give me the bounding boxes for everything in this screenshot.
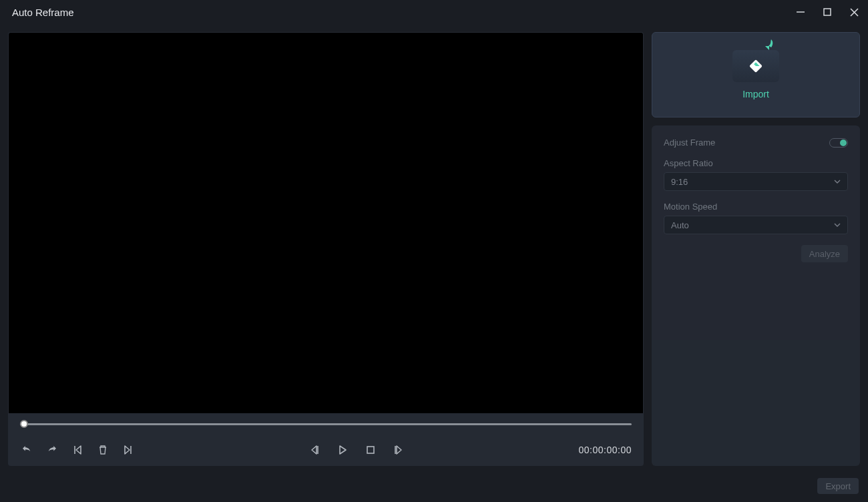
go-end-button[interactable]	[122, 443, 135, 457]
skip-end-icon	[123, 445, 134, 455]
playback-controls	[308, 443, 405, 457]
close-button[interactable]	[848, 6, 860, 18]
aspect-ratio-group: Aspect Ratio 9:16	[664, 158, 848, 191]
step-forward-icon	[393, 445, 404, 455]
footer: Export	[0, 474, 868, 502]
motion-speed-group: Motion Speed Auto	[664, 202, 848, 234]
export-label: Export	[825, 481, 851, 491]
side-panel: Import Adjust Frame Aspect Ratio 9:16	[652, 32, 860, 466]
timeline-row	[8, 414, 644, 434]
redo-button[interactable]	[45, 443, 59, 457]
go-start-button[interactable]	[71, 443, 84, 457]
toggle-knob	[840, 140, 847, 146]
video-preview[interactable]	[9, 33, 643, 413]
aspect-ratio-label: Aspect Ratio	[664, 158, 848, 168]
chevron-down-icon	[834, 178, 841, 185]
playback-controls-wrap	[135, 443, 579, 457]
download-arrow-icon	[761, 38, 775, 55]
edit-controls	[20, 443, 135, 457]
maximize-icon	[823, 8, 831, 16]
minimize-icon	[796, 7, 805, 17]
adjust-frame-row: Adjust Frame	[664, 138, 848, 148]
aspect-ratio-select[interactable]: 9:16	[664, 172, 848, 191]
undo-button[interactable]	[20, 443, 33, 457]
motion-speed-select[interactable]: Auto	[664, 216, 848, 234]
import-label: Import	[742, 89, 769, 99]
trash-icon	[97, 445, 108, 455]
settings-panel: Adjust Frame Aspect Ratio 9:16 Motion Sp…	[652, 125, 860, 466]
play-icon	[337, 445, 348, 455]
content-area: 00:00:00:00 Import Adjust Frame Aspect R…	[0, 24, 868, 474]
adjust-frame-toggle[interactable]	[829, 138, 848, 148]
delete-button[interactable]	[96, 443, 110, 457]
svg-rect-1	[824, 9, 831, 15]
analyze-button[interactable]: Analyze	[801, 245, 848, 262]
svg-rect-4	[367, 447, 374, 453]
skip-start-icon	[72, 445, 83, 455]
close-icon	[850, 8, 859, 17]
stop-button[interactable]	[364, 443, 377, 457]
window-controls	[795, 6, 860, 18]
preview-panel: 00:00:00:00	[8, 32, 644, 466]
adjust-frame-label: Adjust Frame	[664, 138, 715, 148]
timecode-display: 00:00:00:00	[579, 445, 632, 455]
titlebar: Auto Reframe	[0, 0, 868, 24]
import-folder-icon	[732, 50, 779, 82]
logo-icon	[749, 59, 763, 73]
import-button[interactable]: Import	[652, 32, 860, 117]
minimize-button[interactable]	[795, 6, 807, 18]
analyze-label: Analyze	[809, 249, 840, 259]
step-back-icon	[309, 445, 320, 455]
maximize-button[interactable]	[821, 6, 833, 18]
chevron-down-icon	[834, 222, 841, 228]
window-title: Auto Reframe	[12, 7, 74, 18]
timeline-slider[interactable]	[20, 423, 632, 425]
play-button[interactable]	[336, 443, 349, 457]
redo-icon	[46, 444, 58, 456]
step-forward-button[interactable]	[392, 443, 405, 457]
export-button[interactable]: Export	[817, 478, 859, 494]
player-controls: 00:00:00:00	[8, 434, 644, 466]
undo-icon	[21, 444, 33, 456]
step-back-button[interactable]	[308, 443, 321, 457]
timeline-thumb[interactable]	[20, 420, 28, 428]
motion-speed-value: Auto	[671, 220, 689, 230]
motion-speed-label: Motion Speed	[664, 202, 848, 212]
aspect-ratio-value: 9:16	[671, 177, 688, 187]
stop-icon	[366, 445, 375, 455]
